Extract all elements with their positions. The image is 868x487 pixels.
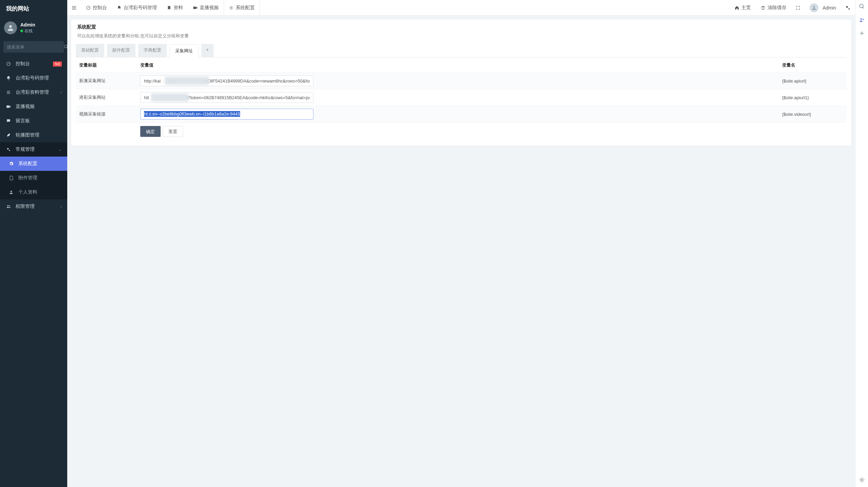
sidebar-item-carousel[interactable]: 轮播图管理 <box>0 128 67 142</box>
trash-icon <box>761 5 765 10</box>
table-row: 视频采集链接ht z.xn--c2be8bbg0fl3ewb.xn--i1b6b… <box>76 106 847 123</box>
gear-icon[interactable] <box>859 477 865 483</box>
comment-icon <box>5 119 12 123</box>
toggle-sidebar-button[interactable] <box>67 0 81 15</box>
svg-point-8 <box>7 148 9 150</box>
sidebar-item-attachment[interactable]: 附件管理 <box>0 171 67 185</box>
user-name: Admin <box>20 22 35 28</box>
ok-button[interactable]: 确定 <box>140 126 161 137</box>
table-row: 新澳采集网址{$site.apiurl} <box>76 73 847 89</box>
svg-point-12 <box>9 205 10 206</box>
var-value-input[interactable] <box>140 75 313 86</box>
tab-mail-config[interactable]: 邮件配置 <box>107 44 135 57</box>
var-title: 港彩采集网站 <box>76 89 137 106</box>
file-icon <box>8 176 14 180</box>
chevron-down-icon: ⌄ <box>58 147 62 152</box>
svg-point-24 <box>860 18 862 20</box>
bell-icon <box>117 5 122 10</box>
svg-point-19 <box>813 6 815 7</box>
sidebar-item-profile[interactable]: 个人资料 <box>0 185 67 199</box>
reset-button[interactable]: 重置 <box>163 126 183 137</box>
tab-lottery-num[interactable]: 台湾彩号码管理 <box>112 0 162 15</box>
chevron-left-icon: ‹ <box>60 90 62 95</box>
svg-point-18 <box>231 7 232 8</box>
tab-live-video[interactable]: 直播视频 <box>188 0 224 15</box>
sidebar-item-lottery-num[interactable]: 台湾彩号码管理 <box>0 71 67 85</box>
sidebar-item-live-video[interactable]: 直播视频 <box>0 100 67 114</box>
settings-button[interactable] <box>841 0 855 15</box>
tab-console[interactable]: 控制台 <box>81 0 112 15</box>
svg-point-20 <box>846 6 848 7</box>
video-icon <box>5 104 12 109</box>
sidebar: 我的网站 Admin 在线 <box>0 0 67 487</box>
var-title: 视频采集链接 <box>76 106 137 123</box>
tab-system-config[interactable]: 系统配置 <box>224 0 260 15</box>
tab-dict-config[interactable]: 字典配置 <box>138 44 167 57</box>
fullscreen-button[interactable] <box>792 0 805 15</box>
hot-badge: hot <box>53 61 62 67</box>
svg-rect-7 <box>6 106 9 108</box>
var-name: {$site.apiurl} <box>779 73 847 89</box>
bookmark-icon <box>167 5 171 10</box>
var-value-input[interactable] <box>140 92 313 103</box>
clear-cache-button[interactable]: 清除缓存 <box>756 0 792 15</box>
svg-point-28 <box>861 479 863 481</box>
svg-point-11 <box>7 205 9 206</box>
leaf-icon <box>5 133 12 138</box>
dashboard-icon <box>5 61 12 66</box>
sidebar-item-console[interactable]: 控制台 hot <box>0 57 67 71</box>
svg-point-9 <box>9 150 10 151</box>
home-link[interactable]: 主页 <box>730 0 756 15</box>
tab-collect-url[interactable]: 采集网址 <box>169 44 199 57</box>
var-value-input[interactable]: ht z.xn--c2be8bbg0fl3ewb.xn--i1b6b1a6a2e… <box>140 109 313 120</box>
avatar[interactable] <box>4 21 17 34</box>
th-var-title: 变量标题 <box>76 57 137 73</box>
gear-icon <box>229 5 234 10</box>
brand-title: 我的网站 <box>0 0 67 17</box>
search-input[interactable] <box>7 44 64 50</box>
sidebar-item-system-config[interactable]: 系统配置 <box>0 157 67 171</box>
tab-data[interactable]: 资料 <box>162 0 188 15</box>
svg-point-1 <box>65 45 67 48</box>
expand-icon <box>796 5 800 10</box>
var-value-cell: ht z.xn--c2be8bbg0fl3ewb.xn--i1b6b1a6a2e… <box>137 106 779 123</box>
user-status: 在线 <box>20 28 35 34</box>
cogs-icon <box>5 147 12 152</box>
video-icon <box>193 5 198 10</box>
sidebar-nav: 控制台 hot 台湾彩号码管理 台湾彩资料管理 ‹ 直播视频 留言板 <box>0 57 67 487</box>
menu-icon <box>71 5 77 11</box>
bell-icon <box>5 76 12 80</box>
right-rail <box>855 0 868 487</box>
sidebar-item-permissions[interactable]: 权限管理 ‹ <box>0 199 67 214</box>
search-icon[interactable] <box>859 3 865 10</box>
sidebar-item-lottery-data[interactable]: 台湾彩资料管理 ‹ <box>0 85 67 100</box>
var-name: {$site.apiurl1} <box>779 89 847 106</box>
search-box[interactable] <box>3 41 64 53</box>
user-block: Admin 在线 <box>0 17 67 38</box>
users-icon <box>5 204 12 209</box>
sidebar-item-general[interactable]: 常规管理 ⌄ <box>0 142 67 157</box>
tab-add[interactable]: + <box>201 44 214 57</box>
svg-point-0 <box>9 25 12 28</box>
table-row: 确定重置 <box>76 123 847 140</box>
dashboard-icon <box>86 5 91 10</box>
user-menu[interactable]: Admin <box>805 0 841 15</box>
var-name: {$site.videourl} <box>779 106 847 123</box>
gear-icon <box>8 161 14 166</box>
plus-icon[interactable] <box>859 31 865 36</box>
svg-point-25 <box>862 19 864 20</box>
panel-subtitle: 可以在此增改系统的变量和分组,也可以自定义分组和变量 <box>71 33 851 44</box>
status-dot-icon <box>20 30 23 32</box>
tab-basic-config[interactable]: 基础配置 <box>76 44 104 57</box>
svg-point-10 <box>11 191 12 192</box>
home-icon <box>735 5 739 10</box>
avatar-icon <box>810 3 818 12</box>
var-title: 新澳采集网址 <box>76 73 137 89</box>
panel-system-config: 系统配置 可以在此增改系统的变量和分组,也可以自定义分组和变量 基础配置 邮件配… <box>71 19 852 146</box>
svg-point-22 <box>860 4 863 8</box>
topbar: 控制台 台湾彩号码管理 资料 直播视频 系统配置 主页 <box>67 0 855 16</box>
users-icon[interactable] <box>859 17 865 23</box>
chevron-left-icon: ‹ <box>60 204 62 209</box>
sidebar-item-message-board[interactable]: 留言板 <box>0 114 67 128</box>
th-var-value: 变量值 <box>137 57 779 73</box>
